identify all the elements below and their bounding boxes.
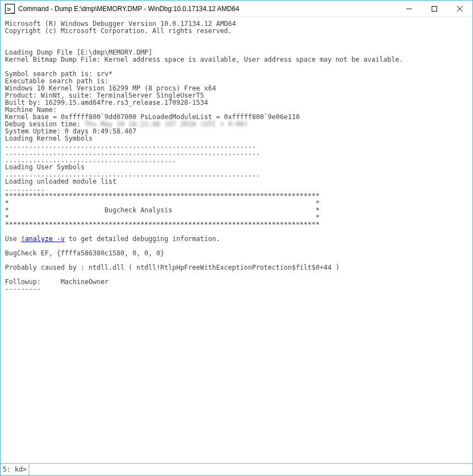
analyze-link[interactable]: !analyze -v	[21, 235, 64, 243]
debugger-output: Microsoft (R) Windows Debugger Version 1…	[1, 17, 472, 295]
app-icon: >_	[5, 4, 15, 14]
output-pane[interactable]: Microsoft (R) Windows Debugger Version 1…	[1, 17, 472, 463]
svg-text:>_: >_	[7, 5, 15, 13]
minimize-button[interactable]	[396, 1, 422, 17]
titlebar[interactable]: >_ Command - Dump E:\dmp\MEMORY.DMP - Wi…	[1, 1, 472, 17]
command-prompt: 5: kd>	[1, 464, 29, 475]
command-bar: 5: kd>	[1, 463, 472, 475]
maximize-button[interactable]	[422, 1, 447, 17]
window-title: Command - Dump E:\dmp\MEMORY.DMP - WinDb…	[18, 5, 396, 13]
svg-rect-4	[432, 7, 437, 12]
command-input[interactable]	[29, 464, 472, 475]
window-controls	[396, 1, 472, 17]
close-button[interactable]	[447, 1, 472, 17]
